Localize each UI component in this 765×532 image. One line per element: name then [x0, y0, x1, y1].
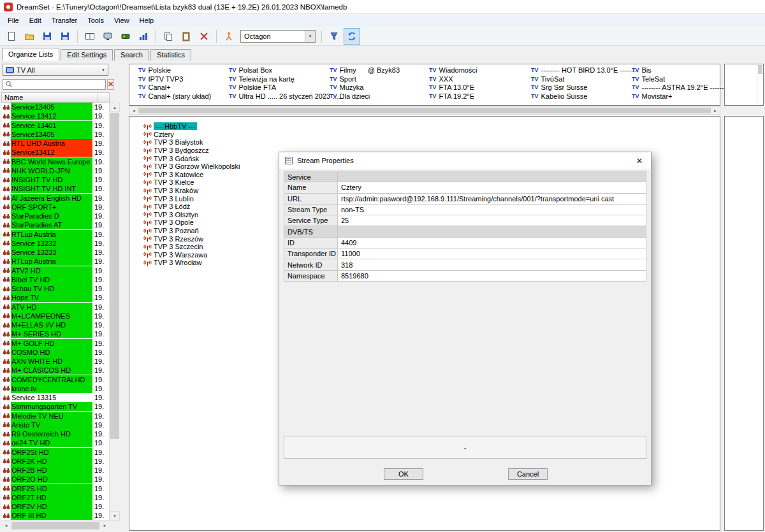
save-as-icon[interactable]	[57, 28, 73, 45]
new-file-icon[interactable]	[3, 28, 20, 45]
service-row[interactable]: Melodie TV NEU 19.	[1, 412, 110, 421]
service-row[interactable]: ORF2S HD 19.	[1, 484, 110, 493]
service-row[interactable]: INSIGHT TV HD INT 19.	[1, 184, 110, 193]
property-value[interactable]: 8519680	[338, 271, 646, 282]
tab[interactable]: Edit Settings	[61, 49, 113, 61]
service-row[interactable]: StarParadies D 19.	[1, 212, 110, 220]
service-row[interactable]: M+ELLAS #V HD 19.	[1, 320, 110, 329]
property-value[interactable]: rtsp://admin:pasword@192.168.9.111/Strea…	[338, 194, 646, 205]
bouquet-item[interactable]: TVSrg Ssr Suisse	[531, 83, 639, 92]
service-row[interactable]: M+LCAMPEONES 19.	[1, 312, 110, 320]
service-row[interactable]: Aristo TV 19.	[1, 421, 110, 429]
signal-chart-icon[interactable]	[135, 28, 152, 45]
service-row[interactable]: ORF SPORT+ 19.	[1, 203, 110, 212]
bouquet-item[interactable]: TVDla dzieci	[330, 92, 400, 101]
bouquet-item[interactable]: TVTeleSat	[632, 75, 729, 84]
hscroll-thumb[interactable]	[11, 522, 99, 529]
service-row[interactable]: INSIGHT TV HD 19.	[1, 175, 110, 184]
property-value[interactable]: 11000	[338, 248, 646, 259]
bouquet-hscrollbar[interactable]: ◄ ►	[129, 106, 720, 115]
dialog-title-bar[interactable]: Stream Properties ✕	[279, 152, 651, 169]
service-list-vscrollbar[interactable]: ▲ ▼	[109, 103, 120, 521]
bouquet-item[interactable]: TVSport	[330, 75, 400, 84]
bouquet-item[interactable]: TVFilmy@ Bzyk83	[330, 66, 400, 75]
bouquet-item[interactable]: TVIPTV TVP3	[138, 75, 211, 84]
clear-search-button[interactable]: ✕	[107, 79, 114, 90]
service-row[interactable]: R9 Oesterreich HD 19.	[1, 429, 110, 438]
bouquet-item[interactable]: TV-------- HOT BIRD 13.0°E --------	[531, 66, 639, 75]
service-row[interactable]: ORF2St HD 19.	[1, 448, 110, 457]
service-row[interactable]: Service 13401 19.	[1, 121, 110, 130]
name-column-header[interactable]: Name	[2, 93, 98, 102]
menu-item[interactable]: Transfer	[47, 15, 83, 25]
property-value[interactable]	[338, 226, 646, 237]
list-filter-combo[interactable]: TV All ▼	[3, 64, 108, 76]
save-icon[interactable]	[39, 28, 55, 45]
service-row[interactable]: ORF2T HD 19.	[1, 493, 110, 502]
hscroll-thumb[interactable]	[138, 108, 711, 113]
ok-button[interactable]: OK	[384, 468, 423, 480]
service-row[interactable]: Service 13232 19.	[1, 239, 110, 248]
scroll-left-icon[interactable]: ◄	[129, 109, 138, 113]
service-row[interactable]: Service13405 19.	[1, 103, 110, 111]
scroll-down-icon[interactable]: ▼	[110, 511, 120, 521]
bouquet-item[interactable]: TVXXX	[429, 75, 477, 84]
service-row[interactable]: Service13412 19.	[1, 148, 110, 157]
service-row[interactable]: M+ CLÁSICOS HD 19.	[1, 366, 110, 375]
bouquet-item[interactable]: TVCanal+ (stary układ)	[138, 92, 211, 101]
bouquet-item[interactable]: TVFTA 19.2°E	[429, 92, 477, 101]
tree-item[interactable]: TVP 3 Białystok	[143, 138, 720, 147]
service-row[interactable]: NHK WORLD-JPN 19.	[1, 166, 110, 175]
service-row[interactable]: RTL UHD Austria 19.	[1, 139, 110, 148]
bouquet-item[interactable]: TVCanal+	[138, 83, 211, 92]
bouquet-item[interactable]: TV-------- ASTRA 19.2°E --------	[632, 83, 729, 92]
tab[interactable]: Statistics	[150, 49, 191, 61]
filter-icon[interactable]	[326, 28, 342, 45]
tree-item[interactable]: Cztery	[143, 131, 720, 139]
chevron-down-icon[interactable]: ▼	[101, 68, 105, 72]
bouquet-item[interactable]: TVBis	[632, 66, 729, 75]
scroll-right-icon[interactable]: ►	[100, 521, 110, 531]
delete-icon[interactable]	[196, 28, 212, 45]
bouquet-item[interactable]: TVFTA 13.0°E	[429, 83, 477, 92]
service-row[interactable]: Service 13233 19.	[1, 248, 110, 257]
close-icon[interactable]: ✕	[634, 156, 645, 166]
service-row[interactable]: ORF2V HD 19.	[1, 502, 110, 511]
receiver-icon[interactable]	[99, 28, 116, 45]
receiver-combo[interactable]: Octagon ▼	[240, 30, 316, 43]
property-value[interactable]: non-TS	[338, 205, 646, 215]
service-row[interactable]: oe24 TV HD 19.	[1, 438, 110, 447]
service-row[interactable]: Al Jazeera English HD 19.	[1, 194, 110, 203]
service-row[interactable]: Hope TV 19.	[1, 293, 110, 302]
paste-icon[interactable]	[178, 28, 194, 45]
card-icon[interactable]	[117, 28, 134, 45]
vscroll-thumb[interactable]	[758, 65, 762, 74]
tab[interactable]: Search	[114, 49, 149, 61]
service-row[interactable]: ORF2K HD 19.	[1, 457, 110, 466]
service-row[interactable]: ORF III HD 19.	[1, 511, 110, 520]
property-value[interactable]: Cztery	[338, 182, 646, 193]
search-input[interactable]	[3, 79, 106, 90]
service-row[interactable]: M+ GOLF HD 19.	[1, 339, 110, 348]
service-row[interactable]: M+ SERIES HD 19.	[1, 329, 110, 338]
scroll-up-icon[interactable]: ▲	[110, 103, 120, 112]
service-list-hscrollbar[interactable]: ◄ ►	[1, 520, 110, 531]
tab[interactable]: Organize Lists	[2, 48, 59, 61]
service-row[interactable]: Stimmungsgarten TV 19.	[1, 402, 110, 411]
property-value[interactable]: 4409	[338, 238, 646, 248]
service-row[interactable]: COSMO HD 19.	[1, 348, 110, 357]
menu-item[interactable]: Tools	[82, 15, 109, 25]
bouquet-item[interactable]: TVTivúSat	[531, 75, 639, 84]
open-folder-icon[interactable]	[21, 28, 38, 45]
service-row[interactable]: COMEDYCENTRALHD 19.	[1, 375, 110, 384]
connect-icon[interactable]	[344, 28, 360, 45]
service-row[interactable]: BBC World News Europe HD 19.	[1, 157, 110, 166]
property-value[interactable]	[338, 171, 646, 182]
property-value[interactable]: 318	[338, 259, 646, 270]
menu-item[interactable]: Edit	[24, 15, 47, 25]
service-row[interactable]: krone.tv 19.	[1, 384, 110, 393]
bouquet-item[interactable]: TVPolskie FTA	[229, 83, 344, 92]
split-view-icon[interactable]	[82, 28, 98, 45]
cancel-button[interactable]: Cancel	[508, 468, 548, 480]
menu-item[interactable]: View	[109, 15, 135, 25]
